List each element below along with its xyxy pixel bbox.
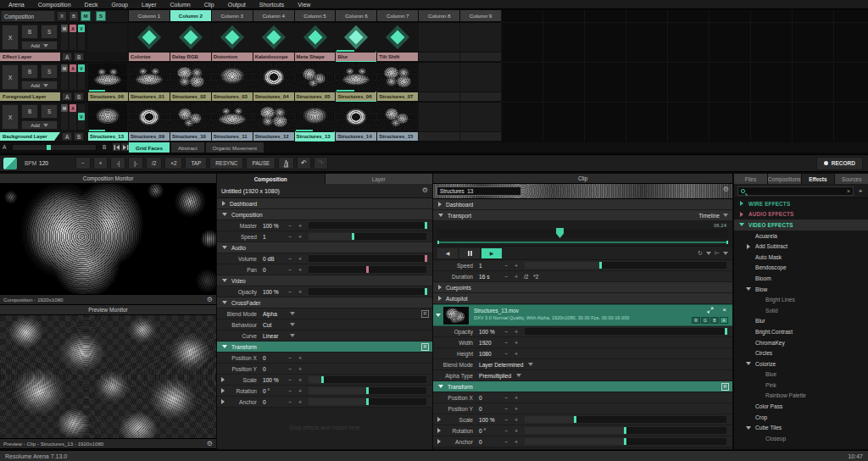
menu-clip[interactable]: Clip xyxy=(204,2,214,8)
relative-param-button[interactable]: R xyxy=(421,310,429,318)
decrement-button[interactable]: − xyxy=(285,388,295,394)
clip-name-label[interactable]: Meta Shape xyxy=(295,53,336,61)
relative-param-button[interactable]: R xyxy=(721,383,729,391)
fader-lane-m[interactable]: M xyxy=(61,64,68,90)
param-value[interactable]: 0 xyxy=(479,406,501,412)
column-header-6[interactable]: Column 6 xyxy=(336,10,376,21)
expand-arrow-icon[interactable] xyxy=(437,428,441,433)
column-header-4[interactable]: Column 4 xyxy=(253,10,294,21)
increment-button[interactable]: + xyxy=(511,351,521,357)
effect-item-bright-contrast[interactable]: Bright.Contrast xyxy=(734,326,868,337)
param-value[interactable]: 100 % xyxy=(263,377,285,383)
composition-bypass-button[interactable]: B xyxy=(69,11,79,21)
gear-icon[interactable]: ⚙ xyxy=(207,441,213,447)
layer-name-label[interactable]: Background Layer xyxy=(0,132,60,141)
fader-lane-a[interactable]: A xyxy=(70,25,76,50)
clip-name-label[interactable]: Structures_13 xyxy=(295,132,336,141)
clip-name-label[interactable]: Structures_15 xyxy=(377,132,418,141)
section-header-dashboard[interactable]: Dashboard xyxy=(217,198,432,209)
decrement-button[interactable]: − xyxy=(501,351,511,357)
param-slider[interactable] xyxy=(525,438,726,445)
layer-video-toggle[interactable]: V xyxy=(78,113,85,120)
increment-button[interactable]: + xyxy=(295,388,305,394)
expand-arrow-icon[interactable] xyxy=(437,417,441,422)
active-clip-name-label[interactable]: Structures_13 xyxy=(88,132,128,141)
empty-clip-slot[interactable] xyxy=(460,63,501,102)
expand-arrow-icon[interactable] xyxy=(740,201,743,206)
dropdown-caret-icon[interactable] xyxy=(516,374,521,377)
layer-video-toggle[interactable]: V xyxy=(78,64,85,72)
decrement-button[interactable]: − xyxy=(501,439,511,445)
clip-name-label[interactable]: Structures_02 xyxy=(170,92,211,101)
column-header-7[interactable]: Column 7 xyxy=(377,10,418,21)
timeline-playhead[interactable] xyxy=(556,228,564,238)
metronome-button[interactable] xyxy=(278,157,294,169)
tab-effects[interactable]: Effects xyxy=(802,174,835,184)
param-value[interactable]: 0 xyxy=(479,439,501,445)
section-header-composition[interactable]: Composition xyxy=(217,209,432,220)
layer-active-clip-thumb[interactable] xyxy=(88,103,127,131)
increment-button[interactable]: + xyxy=(511,439,521,445)
section-header-transport[interactable]: TransportTimeline xyxy=(433,210,732,221)
effect-item-audio-effects[interactable]: AUDIO EFFECTS xyxy=(734,209,868,220)
increment-button[interactable]: + xyxy=(295,399,305,405)
clip-cell-structures-14[interactable]: Structures_14 xyxy=(336,103,376,142)
menu-shortcuts[interactable]: Shortcuts xyxy=(259,2,285,8)
composition-close-button[interactable]: X xyxy=(57,11,67,21)
param-value[interactable]: 0 xyxy=(263,366,285,372)
section-header-autopilot[interactable]: Autopilot xyxy=(433,293,732,304)
decrement-button[interactable]: − xyxy=(501,428,511,434)
decrement-button[interactable]: − xyxy=(285,267,295,273)
clip-cell-structures-05[interactable]: Structures_05 xyxy=(295,63,336,102)
menu-layer[interactable]: Layer xyxy=(142,2,157,8)
menu-group[interactable]: Group xyxy=(112,2,128,8)
clip-name-label[interactable]: Colorize xyxy=(129,53,170,61)
layer-name-label[interactable]: Effect Layer xyxy=(0,53,60,61)
decrement-button[interactable]: − xyxy=(285,366,295,372)
composition-strip-label[interactable]: Composition xyxy=(2,11,54,21)
effect-item-blur[interactable]: Blur xyxy=(734,316,868,327)
clip-cell-blur[interactable]: Blur xyxy=(336,23,376,62)
clip-cell-structures-04[interactable]: Structures_04 xyxy=(253,63,294,102)
increment-button[interactable]: + xyxy=(511,329,521,335)
section-header-dashboard[interactable]: Dashboard xyxy=(433,199,732,210)
menu-output[interactable]: Output xyxy=(228,2,246,8)
pause-button[interactable] xyxy=(459,248,480,258)
loop-mode-icon[interactable]: ↻ xyxy=(698,250,703,257)
clip-cell-structures-03[interactable]: Structures_03 xyxy=(212,63,253,102)
param-slider[interactable] xyxy=(309,222,426,229)
fader-lane-a[interactable]: A xyxy=(70,64,76,90)
expand-arrow-icon[interactable] xyxy=(221,388,225,393)
param-slider[interactable] xyxy=(309,376,426,383)
decrement-button[interactable]: − xyxy=(285,377,295,383)
param-value[interactable]: 0 dB xyxy=(263,256,285,262)
clip-cell-structures-13[interactable]: Structures_13 xyxy=(295,103,336,142)
clip-name-label[interactable]: Structures_01 xyxy=(129,92,170,101)
clip-cell-structures-12[interactable]: Structures_12 xyxy=(253,103,294,142)
tab-sources[interactable]: Sources xyxy=(835,174,868,184)
param-value[interactable]: 100 % xyxy=(263,223,285,229)
previous-frame-button[interactable]: ◀ xyxy=(437,248,458,258)
channel-g-button[interactable]: G xyxy=(701,317,709,324)
param-slider[interactable] xyxy=(525,262,726,269)
expand-arrow-icon[interactable] xyxy=(747,244,750,249)
effect-item-chromakey[interactable]: ChromaKey xyxy=(734,337,868,348)
toolbar-nudge-down-button[interactable]: -| xyxy=(110,157,125,169)
param-extra-button[interactable]: /2 xyxy=(524,274,528,280)
dropdown-caret-icon[interactable] xyxy=(706,252,711,255)
decrement-button[interactable]: − xyxy=(285,256,295,262)
effect-item-acuarela[interactable]: Acuarela xyxy=(734,230,868,242)
collapse-arrow-icon[interactable] xyxy=(746,287,751,291)
clip-timeline[interactable]: 06.24 xyxy=(433,221,732,247)
record-button[interactable]: RECORD xyxy=(816,157,863,170)
transport-mode-dropdown[interactable]: Timeline xyxy=(698,213,728,219)
active-clip-name-label[interactable]: Structures_06 xyxy=(88,92,128,101)
param-slider[interactable] xyxy=(525,427,726,434)
play-button[interactable]: ▶ xyxy=(481,248,502,258)
clip-cell-meta-shape[interactable]: Meta Shape xyxy=(295,23,336,62)
param-extra-button[interactable]: *2 xyxy=(533,274,538,280)
crossfader-track[interactable] xyxy=(12,144,97,151)
expand-arrow-icon[interactable] xyxy=(437,439,441,444)
layer-audio-toggle[interactable]: A xyxy=(70,25,76,32)
menu-arena[interactable]: Arena xyxy=(8,2,25,8)
